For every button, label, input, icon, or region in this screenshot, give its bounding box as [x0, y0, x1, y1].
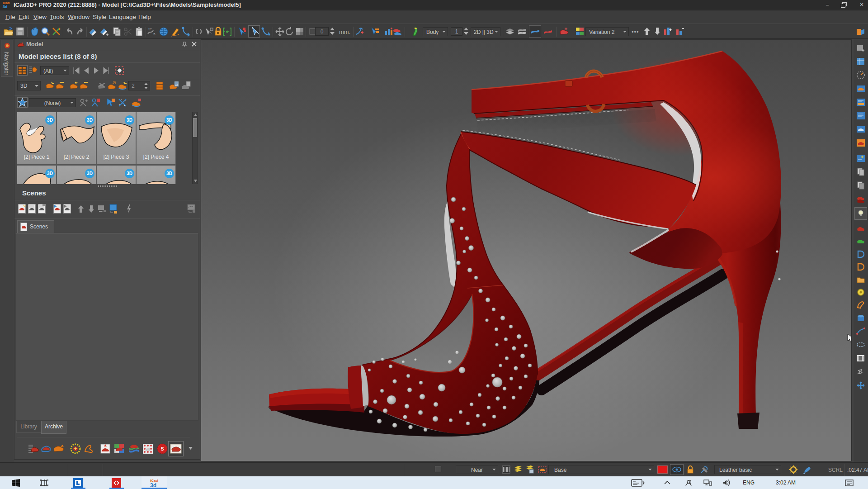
svg-text:S: S: [153, 33, 156, 36]
svg-text:S: S: [161, 446, 164, 451]
svg-text:ICad: ICad: [3, 1, 9, 5]
svg-text:S: S: [148, 28, 151, 31]
svg-text:3d: 3d: [3, 5, 8, 9]
